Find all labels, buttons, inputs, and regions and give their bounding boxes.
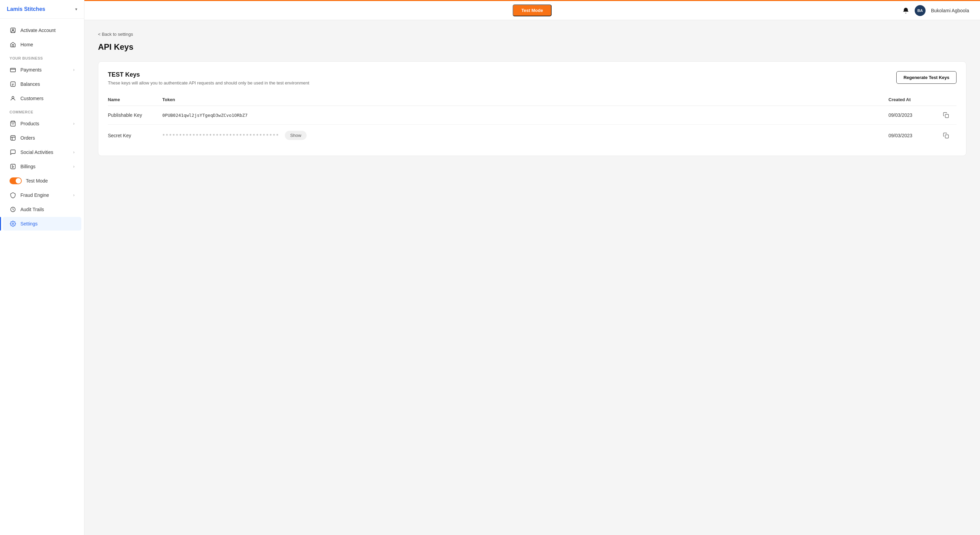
page-title: API Keys xyxy=(98,42,966,52)
svg-rect-5 xyxy=(11,136,15,140)
sidebar-item-customers-label: Customers xyxy=(21,96,75,101)
bell-icon[interactable] xyxy=(902,7,909,14)
social-chevron-icon: › xyxy=(73,150,75,155)
sidebar-item-activate-account[interactable]: Activate Account xyxy=(3,24,81,37)
secret-key-dots: *********************************** xyxy=(162,133,279,138)
user-avatar: BA xyxy=(915,5,926,16)
publishable-key-copy[interactable] xyxy=(943,106,956,125)
col-header-name: Name xyxy=(108,94,162,106)
content-area: < Back to settings API Keys TEST Keys Th… xyxy=(84,20,980,535)
card-subtitle: These keys will allow you to authenticat… xyxy=(108,80,309,85)
audit-trails-icon xyxy=(10,206,16,213)
svg-rect-10 xyxy=(945,134,949,138)
payments-chevron-icon: › xyxy=(73,67,75,72)
publishable-key-token-value: 0PUB0241qwl2jsYTgeqD3wZCvo1ORbZ7 xyxy=(162,113,247,118)
settings-icon xyxy=(10,220,16,227)
payments-icon xyxy=(10,66,16,73)
sidebar-item-products-label: Products xyxy=(21,121,69,126)
sidebar-item-social-activities-label: Social Activities xyxy=(21,150,69,155)
secret-key-copy[interactable] xyxy=(943,125,956,147)
sidebar-item-customers[interactable]: Customers xyxy=(3,92,81,105)
secret-key-token: *********************************** Show xyxy=(162,125,888,147)
back-link[interactable]: < Back to settings xyxy=(98,32,133,37)
secret-key-created-at: 09/03/2023 xyxy=(888,125,943,147)
top-bar-right: BA Bukolami Agboola xyxy=(902,5,969,16)
svg-rect-2 xyxy=(11,69,16,72)
col-header-action xyxy=(943,94,956,106)
orders-icon xyxy=(10,134,16,141)
sidebar-item-billings-label: Billings xyxy=(21,164,69,169)
publishable-key-name: Publishable Key xyxy=(108,106,162,125)
sidebar-item-home[interactable]: Home xyxy=(3,38,81,51)
svg-point-8 xyxy=(12,223,14,225)
fraud-engine-icon xyxy=(10,192,16,198)
sidebar-item-fraud-engine[interactable]: Fraud Engine › xyxy=(3,188,81,202)
keys-table: Name Token Created At Publishable Key 0P… xyxy=(108,94,956,146)
sidebar-nav: Activate Account Home YOUR BUSINESS Paym… xyxy=(0,19,84,535)
section-commerce-label: COMMERCE xyxy=(0,106,84,116)
social-icon xyxy=(10,149,16,156)
test-mode-toggle[interactable] xyxy=(10,177,22,184)
sidebar-item-orders-label: Orders xyxy=(21,135,75,141)
sidebar-item-balances-label: Balances xyxy=(21,81,75,87)
svg-rect-9 xyxy=(945,114,949,118)
secret-key-name: Secret Key xyxy=(108,125,162,147)
sidebar-item-products[interactable]: Products › xyxy=(3,117,81,131)
chevron-down-icon: ▾ xyxy=(75,7,77,11)
test-mode-toggle-row: Test Mode xyxy=(3,174,81,188)
svg-point-1 xyxy=(12,29,14,30)
activate-account-icon xyxy=(10,27,16,34)
show-secret-key-button[interactable]: Show xyxy=(285,131,307,140)
user-name: Bukolami Agboola xyxy=(931,8,969,13)
sidebar-item-orders[interactable]: Orders xyxy=(3,131,81,145)
col-header-token: Token xyxy=(162,94,888,106)
products-icon xyxy=(10,120,16,127)
sidebar-item-fraud-engine-label: Fraud Engine xyxy=(21,192,69,198)
sidebar-item-settings-label: Settings xyxy=(21,221,75,227)
test-mode-toggle-label: Test Mode xyxy=(26,178,48,184)
home-icon xyxy=(10,41,16,48)
svg-point-4 xyxy=(12,96,14,98)
sidebar-item-social-activities[interactable]: Social Activities › xyxy=(3,145,81,159)
main-content: Test Mode BA Bukolami Agboola < Back to … xyxy=(84,0,980,535)
publishable-key-token: 0PUB0241qwl2jsYTgeqD3wZCvo1ORbZ7 xyxy=(162,106,888,125)
test-mode-badge-button[interactable]: Test Mode xyxy=(512,5,552,16)
top-bar: Test Mode BA Bukolami Agboola xyxy=(84,1,980,20)
sidebar-item-audit-trails[interactable]: Audit Trails xyxy=(3,203,81,216)
sidebar-item-payments-label: Payments xyxy=(21,67,69,72)
sidebar-item-activate-account-label: Activate Account xyxy=(21,27,75,33)
card-header-text: TEST Keys These keys will allow you to a… xyxy=(108,71,309,85)
billings-icon xyxy=(10,163,16,170)
copy-icon[interactable] xyxy=(943,133,956,139)
app-name: Lamis Stitches xyxy=(7,6,45,12)
card-title: TEST Keys xyxy=(108,71,309,78)
billings-chevron-icon: › xyxy=(73,164,75,169)
products-chevron-icon: › xyxy=(73,121,75,126)
table-row: Publishable Key 0PUB0241qwl2jsYTgeqD3wZC… xyxy=(108,106,956,125)
balances-icon xyxy=(10,81,16,88)
test-mode-banner: Test Mode xyxy=(512,5,552,16)
sidebar-logo[interactable]: Lamis Stitches ▾ xyxy=(0,0,84,19)
publishable-key-created-at: 09/03/2023 xyxy=(888,106,943,125)
section-business-label: YOUR BUSINESS xyxy=(0,52,84,62)
sidebar-item-audit-trails-label: Audit Trails xyxy=(21,207,75,212)
sidebar: Lamis Stitches ▾ Activate Account Hom xyxy=(0,0,84,535)
sidebar-item-settings[interactable]: Settings xyxy=(3,217,81,230)
customers-icon xyxy=(10,95,16,102)
card-header: TEST Keys These keys will allow you to a… xyxy=(108,71,956,85)
table-row: Secret Key *****************************… xyxy=(108,125,956,147)
col-header-created-at: Created At xyxy=(888,94,943,106)
sidebar-item-payments[interactable]: Payments › xyxy=(3,63,81,77)
fraud-engine-chevron-icon: › xyxy=(73,193,75,198)
api-keys-card: TEST Keys These keys will allow you to a… xyxy=(98,61,966,156)
copy-icon[interactable] xyxy=(943,112,956,118)
sidebar-item-billings[interactable]: Billings › xyxy=(3,160,81,173)
sidebar-item-home-label: Home xyxy=(21,42,75,47)
regenerate-test-keys-button[interactable]: Regenerate Test Keys xyxy=(896,71,956,84)
sidebar-item-balances[interactable]: Balances xyxy=(3,77,81,91)
